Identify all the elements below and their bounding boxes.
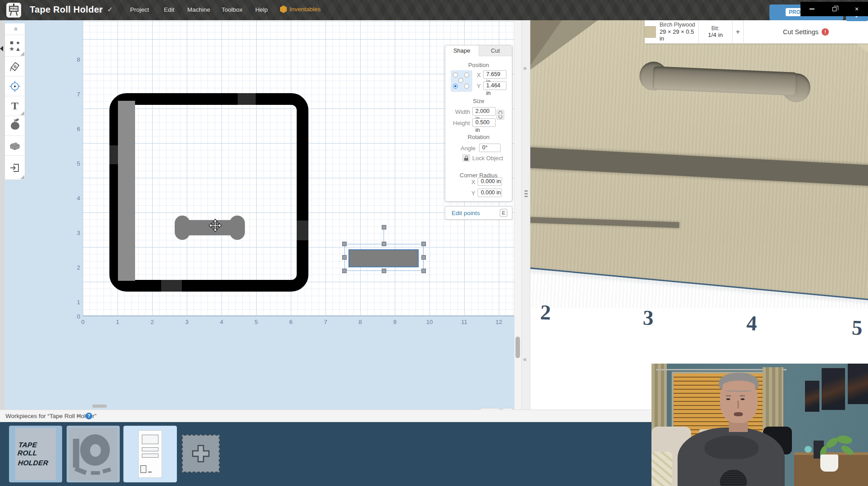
add-workpiece-button[interactable] — [182, 435, 220, 472]
edit-points-card: Edit points E — [445, 206, 512, 220]
position-x-label: X — [477, 72, 481, 78]
frame-shape[interactable] — [109, 93, 308, 292]
easel-pro-logo[interactable]: PRO — [6, 3, 21, 18]
collapse-preview-icon[interactable]: « — [523, 356, 527, 363]
aspect-link-button[interactable] — [497, 110, 504, 120]
3d-preview-pane[interactable]: 2 3 4 5 — [530, 20, 868, 410]
workpiece-thumbnail-1[interactable]: TAPE ROLL HOLDER — [9, 426, 62, 482]
wall-photo — [805, 381, 819, 412]
pane-splitter[interactable]: » « — [521, 20, 530, 410]
position-x-input[interactable]: 7.659 in — [483, 70, 506, 79]
tab-cut[interactable]: Cut — [479, 45, 512, 56]
tab-shape[interactable]: Shape — [445, 45, 479, 56]
x-tick: 10 — [426, 319, 433, 325]
person-hair — [719, 373, 759, 392]
bit-label: Bit: — [711, 25, 719, 32]
selected-rectangle-shape[interactable] — [348, 249, 419, 267]
bit-value: 1/4 in — [708, 32, 723, 38]
plus-icon — [191, 444, 211, 464]
wall-photo — [822, 368, 845, 410]
angle-input[interactable]: 0° — [479, 144, 501, 152]
shape-properties-panel: Shape Cut Position X 7.659 in Y 1.464 in… — [445, 45, 512, 202]
size-section-label: Size — [445, 98, 512, 104]
pen-tool-button[interactable] — [5, 57, 25, 76]
height-input[interactable]: 0.500 in — [472, 118, 496, 127]
drill-origin-tool-button[interactable] — [5, 76, 25, 96]
frame-tab-top[interactable] — [238, 93, 256, 105]
resize-handle-nw[interactable] — [342, 242, 347, 246]
material-blocks-button[interactable] — [5, 136, 25, 156]
material-info-button[interactable]: Birch Plywood 29 × 29 × 0.5 in — [645, 20, 699, 43]
minimize-button[interactable] — [800, 2, 823, 16]
workpieces-collapse-icon[interactable]: » — [76, 414, 82, 417]
menu-help[interactable]: Help — [255, 6, 268, 13]
workpiece-thumbnail-2[interactable] — [67, 426, 120, 482]
eyebrow — [740, 395, 745, 396]
add-bit-button[interactable]: + — [732, 20, 744, 43]
workpieces-title: Workpieces for “Tape Roll Holder” — [5, 413, 96, 419]
pocket-bar-shape[interactable] — [118, 101, 135, 281]
anchor-top-right[interactable] — [464, 72, 469, 77]
resize-handle-w[interactable] — [342, 255, 347, 260]
edit-points-shortcut-badge: E — [500, 209, 507, 217]
anchor-bottom-right[interactable] — [464, 84, 469, 89]
eye — [726, 398, 730, 400]
collapse-rail-arrow-icon[interactable] — [0, 46, 3, 51]
cut-settings-button[interactable]: Cut Settings ! — [744, 20, 868, 43]
menu-toolbox[interactable]: Toolbox — [222, 6, 243, 13]
icons-library-button[interactable] — [5, 116, 25, 136]
anchor-top-left[interactable] — [453, 72, 458, 77]
close-button[interactable]: × — [845, 2, 868, 16]
resize-handle-sw[interactable] — [342, 269, 347, 273]
lock-object-button[interactable] — [462, 154, 470, 162]
x-tick: 5 — [254, 319, 258, 325]
inventables-link[interactable]: Inventables — [280, 5, 321, 13]
frame-tab-bottom[interactable] — [161, 280, 182, 292]
text-tool-icon: T — [11, 100, 18, 112]
toolbar-collapse-button[interactable]: » — [5, 23, 25, 35]
bit-info-button[interactable]: Bit: 1/4 in — [699, 20, 732, 43]
y-tick: 8 — [68, 56, 80, 63]
resize-handle-s[interactable] — [382, 269, 386, 273]
width-label: Width — [455, 108, 470, 115]
project-title[interactable]: Tape Roll Holder — [30, 4, 103, 15]
resize-handle-se[interactable] — [421, 269, 426, 273]
edit-points-link[interactable]: Edit points — [452, 210, 480, 216]
design-canvas[interactable]: 8 7 6 5 4 3 2 1 0 0 1 2 3 4 5 6 7 8 9 10… — [0, 20, 521, 410]
rotate-handle[interactable] — [382, 225, 386, 230]
horizontal-scroll-thumb[interactable] — [92, 405, 107, 408]
chain-link-icon — [497, 110, 504, 119]
menu-machine[interactable]: Machine — [187, 6, 210, 13]
left-rail — [0, 20, 5, 410]
position-y-input[interactable]: 1.464 in — [483, 81, 506, 90]
corner-radius-x-input[interactable]: 0.000 in — [478, 177, 502, 186]
window-controls: × — [800, 2, 868, 16]
resize-handle-ne[interactable] — [421, 242, 426, 246]
height-label: Height — [453, 120, 470, 126]
apple-icon — [11, 122, 19, 130]
shapes-icon: ■●★▲ — [9, 40, 21, 52]
corner-radius-y-input[interactable]: 0.000 in — [478, 189, 502, 197]
import-tool-button[interactable] — [5, 156, 25, 180]
eye — [741, 398, 745, 400]
expand-preview-icon[interactable]: » — [523, 64, 527, 72]
shapes-tool-button[interactable]: ■●★▲ — [5, 35, 25, 57]
workpiece-thumbnail-3-active[interactable] — [123, 426, 177, 482]
menu-edit[interactable]: Edit — [164, 6, 174, 13]
restore-button[interactable] — [823, 2, 845, 16]
flyout-corner — [20, 111, 24, 115]
workpieces-help-icon[interactable]: ? — [86, 413, 92, 419]
anchor-center[interactable] — [458, 78, 463, 83]
text-tool-button[interactable]: T — [5, 96, 25, 116]
favorite-star-icon[interactable]: ☆ — [97, 5, 103, 14]
x-tick: 6 — [289, 319, 292, 325]
width-input[interactable]: 2.000 in — [472, 107, 496, 116]
x-tick: 7 — [324, 319, 327, 325]
resize-handle-e[interactable] — [421, 255, 426, 260]
menu-project[interactable]: Project — [130, 6, 149, 13]
resize-handle-n[interactable] — [382, 242, 386, 246]
frame-tab-right[interactable] — [297, 220, 308, 240]
anchor-bottom-left[interactable] — [453, 84, 458, 89]
vertical-scroll-thumb[interactable] — [515, 337, 520, 358]
splitter-grip[interactable] — [524, 190, 528, 198]
